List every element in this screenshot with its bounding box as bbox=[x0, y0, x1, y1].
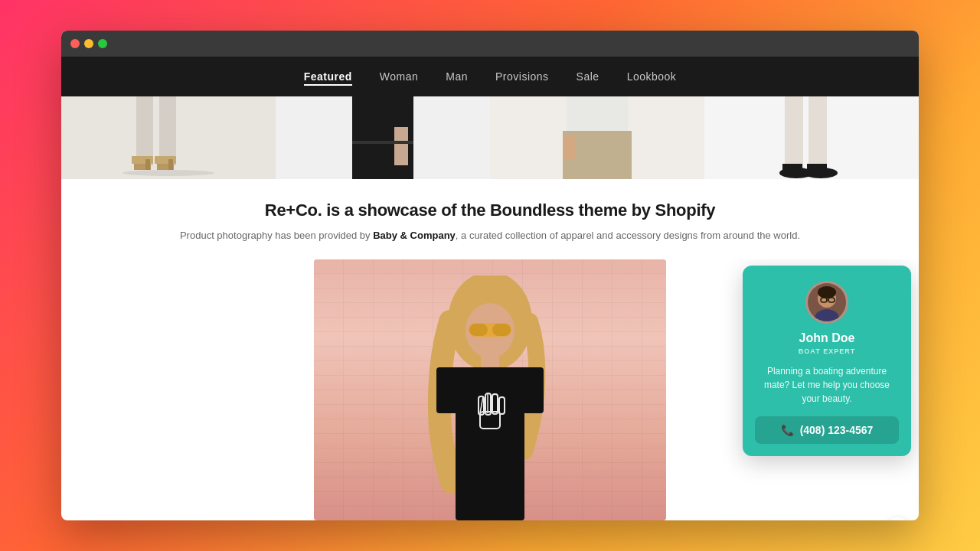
nav-item-man[interactable]: Man bbox=[446, 70, 468, 83]
hero-image-2 bbox=[276, 96, 490, 179]
chat-widget: John Doe BOAT EXPERT Planning a boating … bbox=[743, 266, 911, 456]
nav-link-man[interactable]: Man bbox=[446, 70, 468, 83]
about-brand: Baby & Company bbox=[373, 230, 456, 241]
chat-phone-button[interactable]: 📞 (408) 123-4567 bbox=[755, 416, 899, 444]
dark-outfit-illustration bbox=[276, 96, 490, 179]
pink-wall-background bbox=[314, 259, 666, 520]
nav-link-lookbook[interactable]: Lookbook bbox=[627, 70, 677, 83]
close-dot[interactable] bbox=[70, 39, 80, 48]
nav-link-woman[interactable]: Woman bbox=[380, 70, 418, 83]
svg-rect-13 bbox=[352, 141, 413, 144]
about-description: , a curated collection of apparel and ac… bbox=[456, 230, 800, 241]
hero-img-placeholder-3 bbox=[490, 96, 704, 179]
about-title: Re+Co. is a showcase of the Boundless th… bbox=[77, 201, 903, 220]
svg-rect-15 bbox=[567, 96, 628, 131]
nav-item-woman[interactable]: Woman bbox=[380, 70, 418, 83]
svg-point-44 bbox=[818, 286, 836, 298]
nav-links: Featured Woman Man Provisions Sale Lookb… bbox=[304, 70, 677, 83]
minimize-dot[interactable] bbox=[84, 39, 93, 48]
nav-item-featured[interactable]: Featured bbox=[304, 70, 352, 83]
svg-point-1 bbox=[122, 170, 214, 176]
shoes-illustration bbox=[61, 96, 276, 179]
dark-shoes-illustration bbox=[704, 96, 919, 179]
svg-rect-12 bbox=[394, 127, 408, 165]
svg-rect-9 bbox=[168, 159, 173, 170]
woman-illustration bbox=[398, 276, 582, 520]
nav-item-sale[interactable]: Sale bbox=[577, 70, 599, 83]
hero-img-placeholder-1 bbox=[61, 96, 276, 179]
site-content: Featured Woman Man Provisions Sale Lookb… bbox=[61, 57, 919, 520]
hero-strip bbox=[61, 96, 919, 179]
close-widget-button[interactable]: ✕ bbox=[885, 517, 911, 520]
chat-expert-role: BOAT EXPERT bbox=[755, 347, 899, 355]
chat-expert-name: John Doe bbox=[755, 331, 899, 345]
nav-link-featured[interactable]: Featured bbox=[304, 70, 352, 86]
browser-dots bbox=[70, 39, 107, 48]
nav-link-provisions[interactable]: Provisions bbox=[495, 70, 549, 83]
hero-img-placeholder-2 bbox=[276, 96, 490, 179]
hero-image-1 bbox=[61, 96, 276, 179]
hero-img-placeholder-4 bbox=[704, 96, 919, 179]
svg-rect-6 bbox=[145, 159, 150, 170]
nav-item-provisions[interactable]: Provisions bbox=[495, 70, 549, 83]
svg-rect-20 bbox=[808, 96, 827, 169]
browser-window: Featured Woman Man Provisions Sale Lookb… bbox=[61, 31, 919, 520]
hero-image-4 bbox=[704, 96, 919, 179]
phone-icon: 📞 bbox=[781, 424, 794, 436]
svg-rect-2 bbox=[136, 96, 153, 165]
browser-chrome bbox=[61, 31, 919, 57]
svg-rect-3 bbox=[159, 96, 176, 165]
svg-rect-32 bbox=[436, 367, 461, 413]
svg-rect-31 bbox=[456, 367, 524, 520]
nav-link-sale[interactable]: Sale bbox=[577, 70, 599, 83]
nav-item-lookbook[interactable]: Lookbook bbox=[627, 70, 677, 83]
hero-image-3 bbox=[490, 96, 704, 179]
chat-phone-number: (408) 123-4567 bbox=[800, 424, 874, 436]
avatar-image bbox=[808, 283, 846, 321]
featured-image-container bbox=[314, 259, 666, 520]
about-section: Re+Co. is a showcase of the Boundless th… bbox=[61, 179, 919, 259]
svg-rect-19 bbox=[785, 96, 803, 169]
khaki-illustration bbox=[490, 96, 704, 179]
svg-rect-24 bbox=[807, 164, 827, 174]
svg-rect-17 bbox=[563, 136, 575, 159]
about-text: Product photography has been provided by… bbox=[77, 228, 903, 244]
svg-rect-28 bbox=[469, 324, 488, 336]
svg-rect-22 bbox=[782, 164, 802, 174]
fullscreen-dot[interactable] bbox=[98, 39, 107, 48]
featured-section: John Doe BOAT EXPERT Planning a boating … bbox=[61, 259, 919, 520]
svg-rect-33 bbox=[519, 367, 544, 413]
chat-message-text: Planning a boating adventure mate? Let m… bbox=[755, 364, 899, 406]
about-intro: Product photography has been provided by bbox=[180, 230, 373, 241]
svg-rect-29 bbox=[492, 324, 511, 336]
avatar bbox=[805, 281, 848, 324]
nav-bar: Featured Woman Man Provisions Sale Lookb… bbox=[61, 57, 919, 96]
chat-avatar-container bbox=[755, 281, 899, 324]
